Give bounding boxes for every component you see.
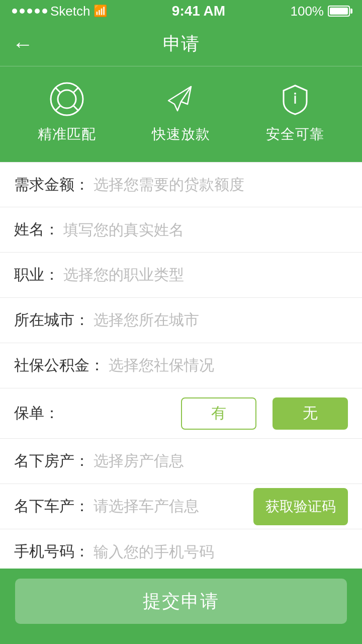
vehicle-row[interactable]: 名下车产： 请选择车产信息 获取验证码 (0, 484, 362, 529)
occupation-label: 职业： (14, 265, 59, 285)
property-row[interactable]: 名下房产： 选择房产信息 (0, 439, 362, 484)
insurance-label: 保单： (14, 403, 59, 424)
occupation-row[interactable]: 职业： 选择您的职业类型 (0, 253, 362, 298)
city-label: 所在城市： (14, 310, 89, 331)
feature-item-precise-match: 精准匹配 (38, 82, 96, 144)
feature-item-safe-reliable: 安全可靠 (266, 82, 324, 144)
loan-amount-placeholder: 选择您需要的贷款额度 (94, 175, 348, 195)
submit-button[interactable]: 提交申请 (15, 579, 347, 624)
svg-point-8 (294, 93, 296, 95)
vehicle-placeholder: 请选择车产信息 (94, 496, 253, 517)
name-label: 姓名： (14, 219, 59, 240)
status-left: Sketch 📶 (12, 4, 107, 19)
feature-label-precise-match: 精准匹配 (38, 125, 96, 144)
loan-amount-row[interactable]: 需求金额： 选择您需要的贷款额度 (0, 162, 362, 207)
battery-percent: 100% (290, 4, 324, 19)
social-insurance-label: 社保公积金： (14, 355, 105, 376)
lifebuoy-icon (49, 82, 84, 117)
svg-line-4 (56, 106, 60, 110)
plane-icon (163, 82, 199, 117)
status-bar: Sketch 📶 9:41 AM 100% (0, 0, 362, 22)
insurance-no-button[interactable]: 无 (273, 397, 348, 430)
feature-item-fast-loan: 快速放款 (152, 82, 210, 144)
page-title: 申请 (163, 32, 199, 56)
city-placeholder: 选择您所在城市 (94, 310, 348, 331)
loan-amount-label: 需求金额： (14, 175, 89, 195)
insurance-yes-button[interactable]: 有 (181, 397, 256, 430)
wifi-icon: 📶 (94, 5, 107, 18)
property-placeholder: 选择房产信息 (94, 451, 348, 471)
feature-label-fast-loan: 快速放款 (152, 125, 210, 144)
city-row[interactable]: 所在城市： 选择您所在城市 (0, 298, 362, 343)
svg-line-3 (73, 88, 78, 93)
signal-dots (12, 9, 47, 14)
social-insurance-placeholder: 选择您社保情况 (109, 355, 348, 376)
status-time: 9:41 AM (172, 3, 225, 19)
submit-section: 提交申请 (0, 569, 362, 644)
svg-point-1 (58, 90, 76, 108)
get-code-button[interactable]: 获取验证码 (253, 488, 348, 525)
battery-icon (328, 6, 350, 17)
phone-input[interactable] (94, 543, 348, 560)
status-right: 100% (290, 4, 350, 19)
name-row[interactable]: 姓名： (0, 207, 362, 253)
nav-bar: ← 申请 (0, 22, 362, 66)
property-label: 名下房产： (14, 451, 89, 471)
feature-bar: 精准匹配 快速放款 安全可靠 (0, 66, 362, 162)
svg-line-5 (73, 106, 78, 110)
svg-line-2 (56, 88, 60, 93)
phone-label: 手机号码： (14, 541, 89, 562)
feature-label-safe-reliable: 安全可靠 (266, 125, 324, 144)
svg-point-0 (51, 83, 83, 115)
name-input[interactable] (63, 221, 348, 238)
insurance-row: 保单： 有 无 (0, 388, 362, 439)
shield-icon (278, 82, 313, 117)
vehicle-label: 名下车产： (14, 496, 89, 517)
carrier-label: Sketch (50, 4, 90, 19)
battery-fill (330, 8, 348, 15)
back-button[interactable]: ← (12, 34, 33, 55)
phone-row[interactable]: 手机号码： (0, 529, 362, 575)
occupation-placeholder: 选择您的职业类型 (63, 265, 348, 285)
social-insurance-row[interactable]: 社保公积金： 选择您社保情况 (0, 343, 362, 388)
